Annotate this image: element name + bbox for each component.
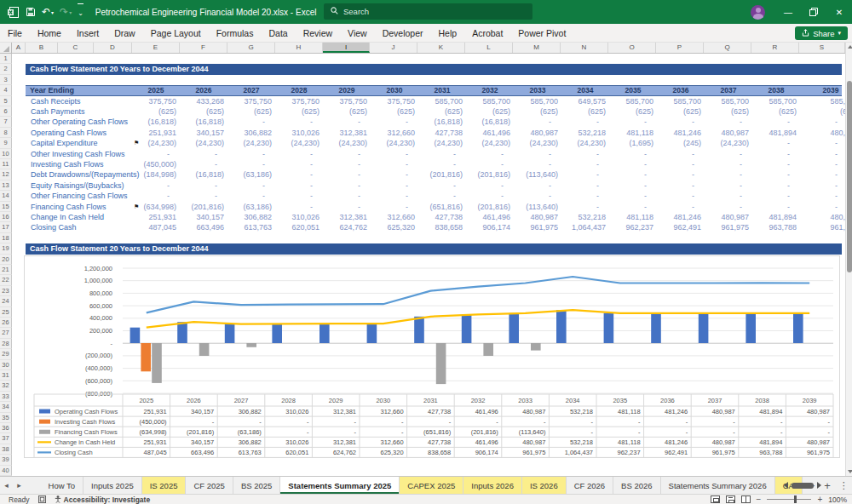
accessibility-status[interactable]: Accessibility: Investigate: [55, 495, 151, 504]
cell-value[interactable]: -: [180, 191, 217, 201]
row-label[interactable]: Equity Raisings/(Buybacks): [31, 180, 124, 191]
cell-value[interactable]: (16,818): [466, 117, 510, 127]
cell-value[interactable]: (24,230): [466, 138, 510, 148]
cell-value[interactable]: -: [371, 191, 408, 201]
cell-value[interactable]: (625): [800, 106, 845, 117]
macro-record-icon[interactable]: [38, 495, 46, 503]
row-header-18[interactable]: 18: [0, 233, 12, 243]
cell-value[interactable]: 962,491: [657, 222, 701, 232]
cell-value[interactable]: -: [752, 149, 790, 159]
cell-value[interactable]: -: [132, 180, 170, 191]
cell-value[interactable]: 481,118: [609, 128, 653, 138]
row-header-25[interactable]: 25: [0, 307, 12, 318]
cell-value[interactable]: 585,700: [609, 96, 653, 106]
cell-value[interactable]: -: [371, 169, 408, 180]
row-header-14[interactable]: 14: [0, 191, 12, 201]
cell-value[interactable]: -: [323, 169, 360, 180]
cell-value[interactable]: -: [657, 169, 694, 180]
row-header-20[interactable]: 20: [0, 255, 12, 265]
scroll-down-arrow[interactable]: [848, 470, 852, 473]
vertical-scrollbar[interactable]: [845, 43, 852, 476]
row-header-34[interactable]: 34: [0, 402, 12, 412]
cell-value[interactable]: -: [371, 202, 408, 212]
cell-value[interactable]: -: [800, 117, 838, 127]
cell-value[interactable]: -: [323, 191, 360, 201]
statement-row[interactable]: Equity Raisings/(Buybacks)--------------…: [26, 180, 845, 191]
cell-value[interactable]: 962,237: [609, 222, 653, 232]
cell-value[interactable]: (24,230): [275, 138, 320, 148]
cell-value[interactable]: -: [323, 117, 360, 127]
horizontal-scroll-thumb[interactable]: [792, 483, 814, 489]
cell-value[interactable]: -: [561, 180, 599, 191]
normal-view-icon[interactable]: [711, 495, 720, 503]
cell-value[interactable]: -: [609, 149, 647, 159]
row-header-8[interactable]: 8: [0, 128, 12, 138]
cell-value[interactable]: -: [275, 149, 313, 159]
statement-row[interactable]: Financing Cash Flows⚑(634,998)(201,816)(…: [26, 202, 845, 212]
cell-value[interactable]: 620,051: [275, 222, 320, 232]
cell-value[interactable]: (625): [132, 106, 176, 117]
cell-value[interactable]: -: [561, 169, 599, 180]
cell-value[interactable]: -: [132, 149, 170, 159]
cell-value[interactable]: (16,818): [180, 169, 224, 180]
scroll-up-arrow[interactable]: [848, 45, 852, 49]
sheet-tab-cf-2026[interactable]: CF 2026: [567, 477, 613, 494]
cell-value[interactable]: -: [514, 117, 551, 127]
cell-value[interactable]: 480,987: [514, 212, 558, 222]
row-header-32[interactable]: 32: [0, 381, 12, 391]
cell-value[interactable]: (24,230): [561, 138, 606, 148]
cell-value[interactable]: 312,381: [323, 128, 367, 138]
cell-value[interactable]: 480,987: [800, 128, 845, 138]
hscroll-right-arrow[interactable]: [817, 482, 821, 489]
customize-qat-icon[interactable]: ⌄: [78, 3, 83, 20]
cell-value[interactable]: -: [752, 180, 790, 191]
close-button[interactable]: ✕: [826, 0, 852, 24]
cell-value[interactable]: -: [752, 159, 790, 169]
menu-tab-developer[interactable]: Developer: [375, 24, 431, 43]
cell-value[interactable]: 481,118: [609, 212, 653, 222]
cell-value[interactable]: -: [275, 180, 313, 191]
row-header-2[interactable]: 2: [0, 64, 12, 74]
sheet-grid[interactable]: 1234567891011121314151617181920212223242…: [0, 54, 845, 476]
cell-value[interactable]: -: [609, 202, 647, 212]
cell-value[interactable]: -: [275, 117, 313, 127]
column-header-J[interactable]: J: [370, 43, 417, 53]
statement-row[interactable]: Other Investing Cash Flows--------------…: [26, 149, 845, 159]
cell-value[interactable]: 480,987: [705, 212, 749, 222]
row-label[interactable]: Closing Cash: [31, 222, 77, 232]
cell-value[interactable]: -: [800, 138, 838, 148]
select-all-corner[interactable]: [0, 43, 12, 53]
cell-value[interactable]: -: [323, 149, 360, 159]
cell-value[interactable]: -: [800, 159, 838, 169]
cell-value[interactable]: (24,230): [705, 138, 749, 148]
cell-value[interactable]: (245): [657, 138, 701, 148]
statement-row[interactable]: Operating Cash Flows251,931340,157306,88…: [26, 128, 845, 138]
cell-value[interactable]: 310,026: [275, 212, 320, 222]
cell-value[interactable]: (625): [227, 106, 272, 117]
cell-value[interactable]: 481,894: [752, 128, 797, 138]
cell-value[interactable]: -: [227, 149, 265, 159]
cell-value[interactable]: -: [418, 191, 456, 201]
cell-value[interactable]: -: [132, 191, 170, 201]
column-header-L[interactable]: L: [465, 43, 513, 53]
cell-value[interactable]: 625,320: [371, 222, 415, 232]
cell-value[interactable]: -: [180, 149, 217, 159]
row-label[interactable]: Operating Cash Flows: [31, 128, 106, 138]
cell-value[interactable]: (625): [275, 106, 320, 117]
row-header-9[interactable]: 9: [0, 138, 12, 148]
zoom-out-button[interactable]: −: [757, 495, 762, 504]
cell-value[interactable]: (625): [180, 106, 224, 117]
cell-value[interactable]: 532,218: [561, 128, 606, 138]
row-header-29[interactable]: 29: [0, 349, 12, 359]
cell-value[interactable]: (625): [752, 106, 797, 117]
cell-value[interactable]: -: [466, 159, 504, 169]
row-label[interactable]: Other Operating Cash Flows: [31, 117, 128, 127]
sheet-tab-statements-summary-2026[interactable]: Statements Summary 2026: [661, 477, 775, 494]
cell-value[interactable]: -: [227, 180, 265, 191]
sheet-tab-is-2025[interactable]: IS 2025: [142, 477, 187, 494]
cell-value[interactable]: -: [323, 202, 360, 212]
cell-value[interactable]: (625): [657, 106, 701, 117]
cell-value[interactable]: -: [514, 149, 551, 159]
cell-value[interactable]: 312,381: [323, 212, 367, 222]
cell-value[interactable]: -: [752, 202, 790, 212]
